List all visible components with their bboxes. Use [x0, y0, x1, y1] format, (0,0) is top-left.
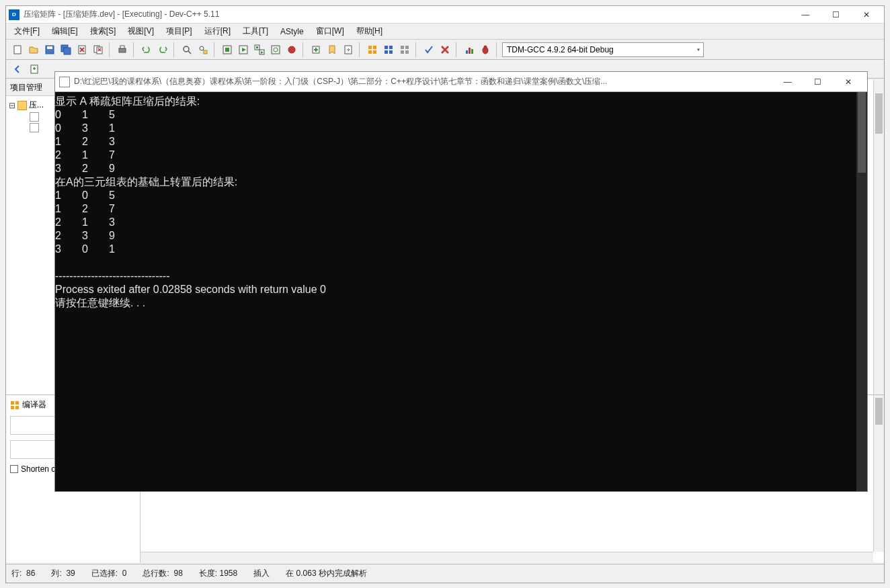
- status-parse: 在 0.063 秒内完成解析: [286, 568, 367, 579]
- status-col: 列: 39: [51, 568, 75, 579]
- console-close[interactable]: ✕: [833, 73, 863, 91]
- menu-run[interactable]: 运行[R]: [200, 24, 235, 38]
- console-scrollbar[interactable]: [856, 92, 867, 491]
- svg-rect-0: [14, 46, 21, 54]
- svg-rect-2: [47, 46, 52, 49]
- menu-tools[interactable]: 工具[T]: [239, 24, 272, 38]
- svg-rect-28: [389, 46, 393, 49]
- close-file-icon[interactable]: [75, 42, 89, 57]
- insert-icon[interactable]: [309, 42, 323, 57]
- svg-rect-14: [225, 48, 229, 52]
- back-icon[interactable]: [10, 62, 25, 77]
- redo-icon[interactable]: [155, 42, 170, 57]
- console-output: 显示 A 稀疏矩阵压缩后的结果: 0 1 5 0 3 1 1 2 3 2 1 7…: [55, 95, 867, 310]
- svg-rect-29: [385, 50, 388, 54]
- minimize-button[interactable]: —: [791, 6, 821, 24]
- console-minimize[interactable]: —: [772, 73, 803, 91]
- svg-rect-26: [373, 50, 376, 54]
- save-icon[interactable]: [42, 42, 57, 57]
- svg-rect-12: [204, 50, 207, 54]
- window-title: 压缩矩阵 - [压缩矩阵.dev] - [Executing] - Dev-C+…: [24, 9, 791, 20]
- console-maximize[interactable]: ☐: [803, 73, 833, 91]
- log-scroll-h[interactable]: [140, 552, 873, 562]
- console-titlebar: D:\红泥巴\我的课程体系\（信息奥赛）课程体系\第一阶段：入门级（CSP-J）…: [55, 72, 867, 92]
- maximize-button[interactable]: ☐: [821, 6, 851, 24]
- check-icon[interactable]: [421, 42, 436, 57]
- app-icon: D: [9, 9, 19, 20]
- svg-rect-25: [368, 50, 372, 54]
- file-icon: [30, 123, 39, 132]
- svg-rect-4: [64, 48, 71, 54]
- svg-rect-30: [389, 50, 393, 54]
- menu-file[interactable]: 文件[F]: [10, 24, 44, 38]
- bug-icon[interactable]: [478, 42, 493, 57]
- svg-rect-36: [469, 48, 471, 54]
- status-len: 长度: 1958: [199, 568, 237, 579]
- new-doc-icon[interactable]: [27, 62, 42, 77]
- console-window: D:\红泥巴\我的课程体系\（信息奥赛）课程体系\第一阶段：入门级（CSP-J）…: [54, 71, 868, 492]
- grid2-icon[interactable]: [381, 42, 396, 57]
- grid1-icon[interactable]: [365, 42, 380, 57]
- menu-view[interactable]: 视图[V]: [124, 24, 158, 38]
- svg-rect-9: [120, 46, 124, 48]
- profile-icon[interactable]: [462, 42, 477, 57]
- menu-astyle[interactable]: AStyle: [276, 26, 308, 38]
- find-icon[interactable]: [179, 42, 194, 57]
- svg-rect-37: [471, 49, 473, 54]
- debug-icon[interactable]: [284, 42, 299, 57]
- svg-rect-23: [368, 46, 372, 49]
- svg-rect-35: [466, 50, 468, 54]
- svg-rect-27: [385, 46, 388, 49]
- menu-edit[interactable]: 编辑[E]: [48, 24, 82, 38]
- menu-window[interactable]: 窗口[W]: [312, 24, 348, 38]
- new-file-icon[interactable]: [10, 42, 25, 57]
- run-icon[interactable]: [236, 42, 251, 57]
- close-button[interactable]: ✕: [851, 6, 881, 24]
- rebuild-icon[interactable]: [268, 42, 283, 57]
- status-row: 行: 86: [11, 568, 35, 579]
- svg-rect-8: [119, 48, 126, 52]
- svg-rect-33: [401, 50, 404, 54]
- open-file-icon[interactable]: [26, 42, 41, 57]
- svg-rect-32: [405, 46, 409, 49]
- menubar: 文件[F] 编辑[E] 搜索[S] 视图[V] 项目[P] 运行[R] 工具[T…: [6, 24, 884, 40]
- svg-point-39: [484, 46, 487, 48]
- grid3-icon[interactable]: [397, 42, 412, 57]
- console-body[interactable]: 显示 A 稀疏矩阵压缩后的结果: 0 1 5 0 3 1 1 2 3 2 1 7…: [55, 92, 867, 491]
- statusbar: 行: 86 列: 39 已选择: 0 总行数: 98 长度: 1958 插入 在…: [6, 564, 884, 583]
- save-all-icon[interactable]: [58, 42, 73, 57]
- menu-help[interactable]: 帮助[H]: [352, 24, 387, 38]
- compiler-combo[interactable]: TDM-GCC 4.9.2 64-bit Debug: [502, 42, 704, 57]
- console-icon: [59, 77, 70, 87]
- compiler-combo-text: TDM-GCC 4.9.2 64-bit Debug: [507, 45, 614, 54]
- svg-rect-44: [15, 406, 19, 409]
- project-icon: [17, 101, 27, 110]
- console-title: D:\红泥巴\我的课程体系\（信息奥赛）课程体系\第一阶段：入门级（CSP-J）…: [74, 76, 772, 87]
- menu-project[interactable]: 项目[P]: [162, 24, 196, 38]
- undo-icon[interactable]: [139, 42, 154, 57]
- svg-rect-41: [11, 401, 14, 405]
- error-icon[interactable]: [438, 42, 452, 57]
- status-sel: 已选择: 0: [91, 568, 127, 579]
- close-all-icon[interactable]: [91, 42, 106, 57]
- project-root[interactable]: 压...: [29, 99, 44, 111]
- toolbar: TDM-GCC 4.9.2 64-bit Debug: [6, 40, 884, 60]
- log-scroll-v[interactable]: [873, 395, 884, 552]
- svg-rect-42: [15, 401, 19, 405]
- svg-point-20: [288, 46, 295, 53]
- print-icon[interactable]: [115, 42, 130, 57]
- checkbox-icon: [10, 465, 18, 473]
- status-total: 总行数: 98: [143, 568, 182, 579]
- bookmark-icon[interactable]: [325, 42, 339, 57]
- replace-icon[interactable]: [196, 42, 210, 57]
- svg-point-10: [184, 46, 189, 52]
- svg-rect-18: [256, 46, 258, 48]
- compile-icon[interactable]: [220, 42, 235, 57]
- file-icon: [30, 112, 39, 122]
- window-controls: — ☐ ✕: [791, 6, 881, 24]
- svg-rect-43: [11, 406, 14, 409]
- compile-run-icon[interactable]: [252, 42, 267, 57]
- svg-rect-24: [373, 46, 376, 49]
- goto-icon[interactable]: [341, 42, 356, 57]
- menu-search[interactable]: 搜索[S]: [86, 24, 120, 38]
